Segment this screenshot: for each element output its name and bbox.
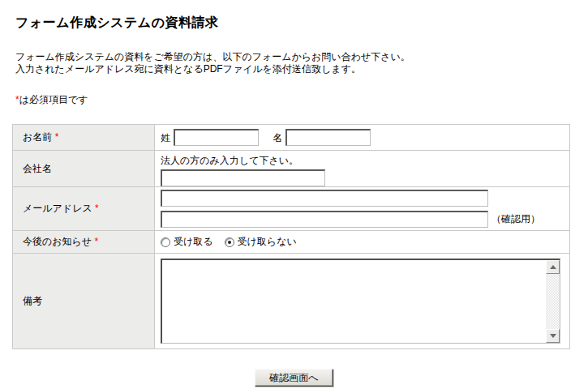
email-field-cell: （確認用） bbox=[155, 187, 570, 231]
intro-line-1: フォーム作成システムの資料をご希望の方は、以下のフォームからお問い合わせ下さい。 bbox=[15, 51, 410, 62]
notify-field-cell: 受け取る 受け取らない bbox=[155, 231, 570, 254]
first-name-label: 名 bbox=[273, 132, 282, 143]
company-input[interactable] bbox=[161, 169, 325, 186]
notify-label-cell: 今後のお知らせ * bbox=[13, 231, 155, 254]
radio-checked-icon[interactable] bbox=[225, 237, 234, 247]
notify-radio-group: 受け取る 受け取らない bbox=[161, 235, 569, 249]
required-note: *は必須項目です bbox=[15, 93, 576, 107]
notify-label: 今後のお知らせ bbox=[23, 236, 92, 247]
notify-option-receive[interactable]: 受け取る bbox=[161, 235, 213, 249]
page: フォーム作成システムの資料請求 フォーム作成システムの資料をご希望の方は、以下の… bbox=[0, 0, 588, 387]
last-name-label: 姓 bbox=[161, 132, 170, 143]
email-confirm-input[interactable] bbox=[161, 211, 488, 228]
name-label: お名前 bbox=[23, 131, 52, 143]
scroll-down-button[interactable] bbox=[546, 329, 560, 343]
company-field-cell: 法人の方のみ入力して下さい。 bbox=[155, 151, 570, 187]
remarks-label-cell: 備考 bbox=[13, 254, 155, 349]
request-form-table: お名前 * 姓 名 会社名 法人の方のみ入力して下さい。 bbox=[12, 124, 570, 349]
name-required-asterisk: * bbox=[55, 131, 59, 143]
table-row-name: お名前 * 姓 名 bbox=[13, 125, 570, 151]
intro-line-2: 入力されたメールアドレス宛に資料となるPDFファイルを添付送信致します。 bbox=[15, 63, 361, 75]
table-row-email: メールアドレス * （確認用） bbox=[13, 187, 570, 231]
radio-unchecked-icon[interactable] bbox=[161, 237, 170, 247]
notify-option-no-receive-label: 受け取らない bbox=[238, 235, 297, 249]
remarks-textarea-frame bbox=[161, 259, 560, 344]
notify-required-asterisk: * bbox=[94, 236, 98, 247]
first-name-input[interactable] bbox=[285, 129, 371, 146]
company-label-cell: 会社名 bbox=[13, 151, 155, 187]
name-field-cell: 姓 名 bbox=[155, 125, 570, 151]
required-note-text: は必須項目です bbox=[19, 94, 88, 105]
name-label-cell: お名前 * bbox=[13, 125, 155, 151]
email-label: メールアドレス bbox=[23, 203, 92, 214]
remarks-scrollbar[interactable] bbox=[546, 260, 560, 343]
scroll-down-icon bbox=[550, 334, 556, 338]
notify-option-no-receive[interactable]: 受け取らない bbox=[225, 235, 297, 249]
notify-option-receive-label: 受け取る bbox=[174, 235, 213, 249]
table-row-notify: 今後のお知らせ * 受け取る 受け取らない bbox=[13, 231, 570, 254]
remarks-label: 備考 bbox=[23, 295, 42, 306]
intro-text: フォーム作成システムの資料をご希望の方は、以下のフォームからお問い合わせ下さい。… bbox=[15, 51, 576, 75]
button-row: 確認画面へ bbox=[12, 369, 576, 387]
last-name-input[interactable] bbox=[174, 129, 259, 146]
confirm-button[interactable]: 確認画面へ bbox=[255, 369, 333, 387]
company-note: 法人の方のみ入力して下さい。 bbox=[161, 154, 569, 168]
email-required-asterisk: * bbox=[95, 203, 99, 214]
scroll-up-icon bbox=[550, 265, 556, 269]
table-row-company: 会社名 法人の方のみ入力して下さい。 bbox=[13, 151, 570, 187]
email-input[interactable] bbox=[161, 190, 488, 207]
company-label: 会社名 bbox=[23, 163, 52, 174]
scroll-up-button[interactable] bbox=[546, 260, 560, 274]
page-title: フォーム作成システムの資料請求 bbox=[15, 15, 576, 32]
remarks-field-cell bbox=[155, 254, 570, 349]
email-label-cell: メールアドレス * bbox=[13, 187, 155, 231]
email-confirm-note: （確認用） bbox=[491, 212, 540, 226]
table-row-remarks: 備考 bbox=[13, 254, 570, 349]
remarks-textarea[interactable] bbox=[162, 260, 560, 343]
